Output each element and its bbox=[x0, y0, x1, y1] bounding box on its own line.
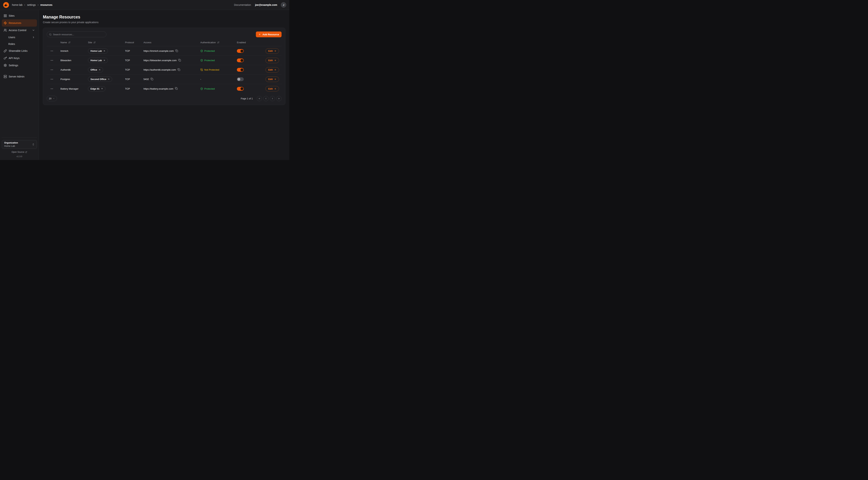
breadcrumb-home-lab[interactable]: home-lab bbox=[12, 3, 23, 6]
row-menu-button[interactable] bbox=[50, 77, 54, 82]
resource-name: Battery Manager bbox=[57, 87, 84, 90]
column-header-name[interactable]: Name bbox=[57, 41, 84, 44]
sidebar-item-label: Settings bbox=[9, 64, 18, 67]
access-url: https://bitwarden.example.com bbox=[144, 59, 177, 62]
edit-button[interactable]: Edit bbox=[266, 48, 279, 54]
sidebar-item-server-admin[interactable]: Server Admin bbox=[2, 73, 37, 80]
auth-status: Protected bbox=[200, 87, 215, 90]
auth-label: Protected bbox=[204, 87, 215, 90]
shield-check-icon bbox=[200, 50, 203, 52]
site-link[interactable]: Home Lab bbox=[88, 48, 108, 54]
documentation-link[interactable]: Documentation bbox=[234, 3, 251, 6]
copy-button[interactable] bbox=[178, 68, 181, 71]
protocol: TCP bbox=[121, 50, 140, 52]
column-label: Site bbox=[88, 41, 92, 44]
search-box bbox=[47, 31, 106, 37]
sidebar-footer: Organization Home Lab Open Source v1.3.0 bbox=[2, 138, 37, 157]
add-resource-button[interactable]: Add Resource bbox=[256, 31, 282, 37]
enabled-toggle[interactable] bbox=[237, 87, 244, 91]
next-page-button[interactable] bbox=[270, 96, 275, 101]
sidebar-item-label: API Keys bbox=[9, 57, 20, 60]
plus-icon bbox=[258, 33, 261, 36]
version-label: v1.3.0 bbox=[2, 155, 37, 157]
org-selector[interactable]: Organization Home Lab bbox=[2, 140, 37, 149]
enabled-toggle[interactable] bbox=[237, 68, 244, 72]
sidebar-item-label: Resources bbox=[9, 22, 21, 24]
avatar-initial: J bbox=[283, 4, 284, 6]
table-row: Battery Manager Edge 01 TCP https://batt… bbox=[47, 84, 282, 93]
site-link[interactable]: Second Office bbox=[88, 77, 112, 82]
site-link[interactable]: Home Lab bbox=[88, 58, 108, 63]
copy-button[interactable] bbox=[175, 50, 179, 53]
sidebar-item-access-control[interactable]: Access Control bbox=[2, 27, 37, 34]
table-body: Immich Home Lab TCP https://immich.examp… bbox=[47, 46, 282, 93]
ellipsis-icon bbox=[50, 68, 53, 71]
row-menu-button[interactable] bbox=[50, 87, 54, 91]
sidebar-item-shareable-links[interactable]: Shareable Links bbox=[2, 47, 37, 55]
breadcrumb-settings[interactable]: settings bbox=[27, 3, 36, 6]
open-source-link[interactable]: Open Source bbox=[2, 151, 37, 153]
avatar[interactable]: J bbox=[281, 2, 286, 8]
edit-button[interactable]: Edit bbox=[266, 86, 279, 91]
sidebar-item-label: Users bbox=[8, 36, 15, 39]
site-name: Edge 01 bbox=[91, 87, 99, 90]
arrow-up-right-icon bbox=[101, 88, 103, 90]
toolbar: Add Resource bbox=[47, 31, 282, 37]
column-header-site[interactable]: Site bbox=[84, 41, 121, 44]
protocol: TCP bbox=[121, 78, 140, 81]
resource-name: Authentik bbox=[57, 68, 84, 71]
edit-button[interactable]: Edit bbox=[266, 77, 279, 82]
sidebar-item-api-keys[interactable]: API Keys bbox=[2, 55, 37, 62]
copy-button[interactable] bbox=[151, 78, 154, 81]
table-header: Name Site Protocol Access bbox=[47, 39, 282, 46]
sort-icon bbox=[93, 41, 96, 43]
key-icon bbox=[4, 57, 7, 60]
column-label: Access bbox=[144, 41, 151, 44]
column-label: Name bbox=[60, 41, 67, 44]
first-page-button[interactable] bbox=[257, 96, 262, 101]
waypoints-icon bbox=[4, 21, 7, 25]
edit-button[interactable]: Edit bbox=[266, 67, 279, 72]
page-subtitle: Create secure proxies to your private ap… bbox=[43, 21, 285, 24]
org-text: Organization Home Lab bbox=[4, 141, 18, 148]
ellipsis-icon bbox=[50, 59, 53, 62]
table-row: Immich Home Lab TCP https://immich.examp… bbox=[47, 46, 282, 56]
sort-icon bbox=[68, 41, 70, 43]
last-page-button[interactable] bbox=[276, 96, 282, 101]
sidebar-item-roles[interactable]: Roles bbox=[2, 40, 37, 47]
enabled-toggle[interactable] bbox=[237, 49, 244, 53]
external-link-icon bbox=[25, 151, 27, 153]
column-header-authentication[interactable]: Authentication bbox=[197, 41, 233, 44]
page-size-value: 20 bbox=[49, 97, 52, 100]
access-url: https://authentik.example.com bbox=[144, 68, 176, 71]
user-email: joe@example.com bbox=[255, 3, 277, 6]
row-menu-button[interactable] bbox=[50, 58, 54, 63]
site-link[interactable]: Office bbox=[88, 67, 103, 72]
protocol: TCP bbox=[121, 68, 140, 71]
row-menu-button[interactable] bbox=[50, 68, 54, 72]
copy-button[interactable] bbox=[175, 87, 178, 90]
access-url: https://battery.example.com bbox=[144, 87, 173, 90]
auth-label: Protected bbox=[204, 50, 215, 52]
chevron-down-icon bbox=[32, 29, 35, 32]
copy-button[interactable] bbox=[178, 59, 182, 62]
page-size-select[interactable]: 20 bbox=[47, 96, 57, 101]
prev-page-button[interactable] bbox=[263, 96, 269, 101]
enabled-toggle[interactable] bbox=[237, 58, 244, 62]
search-input[interactable] bbox=[53, 33, 104, 36]
enabled-toggle[interactable] bbox=[237, 77, 244, 81]
auth-label: - bbox=[200, 78, 201, 81]
sidebar-item-resources[interactable]: Resources bbox=[2, 19, 37, 27]
copy-icon bbox=[151, 78, 153, 80]
site-link[interactable]: Edge 01 bbox=[88, 86, 105, 91]
arrow-right-icon bbox=[274, 50, 276, 52]
edit-button[interactable]: Edit bbox=[266, 58, 279, 63]
sidebar-item-users[interactable]: Users bbox=[2, 34, 37, 40]
sidebar-item-sites[interactable]: Sites bbox=[2, 12, 37, 19]
row-menu-button[interactable] bbox=[50, 49, 54, 53]
breadcrumb: home-lab settings resources bbox=[12, 3, 53, 6]
auth-label: Protected bbox=[204, 59, 215, 62]
pangolin-logo[interactable] bbox=[3, 2, 9, 8]
resource-name: Bitwarden bbox=[57, 59, 84, 62]
sidebar-item-settings[interactable]: Settings bbox=[2, 62, 37, 69]
